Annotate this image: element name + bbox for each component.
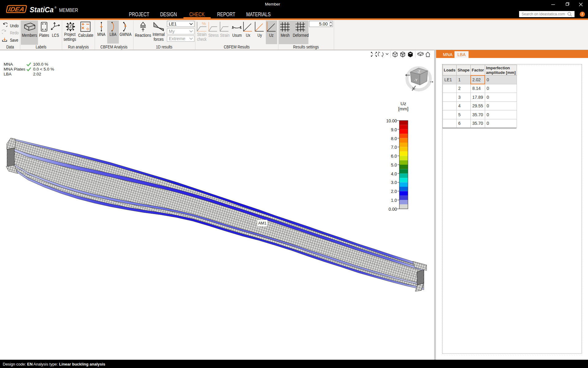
svg-text:AM1: AM1	[258, 221, 266, 225]
